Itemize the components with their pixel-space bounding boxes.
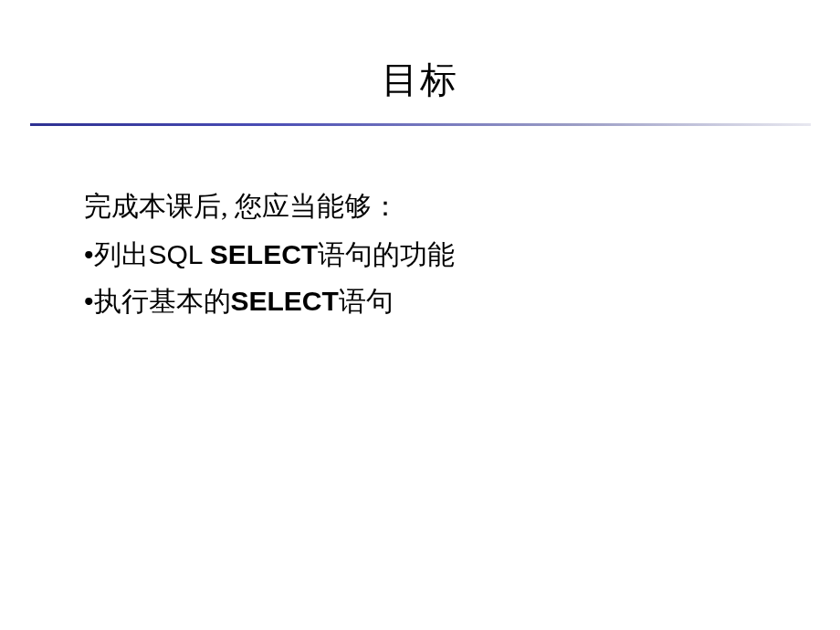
bullet-item-1: •列出SQL SELECT语句的功能 bbox=[84, 234, 785, 275]
bullet-marker: • bbox=[84, 239, 94, 269]
slide-title: 目标 bbox=[0, 0, 840, 123]
bullet-text-part2: 语句 bbox=[339, 286, 394, 316]
slide-content: 完成本课后, 您应当能够： •列出SQL SELECT语句的功能 •执行基本的S… bbox=[0, 185, 840, 321]
bullet-marker: • bbox=[84, 286, 94, 316]
sql-label: SQL bbox=[149, 239, 210, 269]
bullet-item-2: •执行基本的SELECT语句 bbox=[84, 280, 785, 321]
bullet-text-part1: 执行基本的 bbox=[94, 286, 231, 316]
select-keyword: SELECT bbox=[231, 286, 339, 316]
select-keyword: SELECT bbox=[210, 239, 318, 269]
presentation-slide: 目标 完成本课后, 您应当能够： •列出SQL SELECT语句的功能 •执行基… bbox=[0, 0, 840, 630]
bullet-text-part2: 语句的功能 bbox=[318, 239, 455, 269]
title-divider bbox=[30, 123, 811, 126]
intro-text: 完成本课后, 您应当能够： bbox=[84, 185, 785, 226]
bullet-text-part1: 列出 bbox=[94, 239, 149, 269]
